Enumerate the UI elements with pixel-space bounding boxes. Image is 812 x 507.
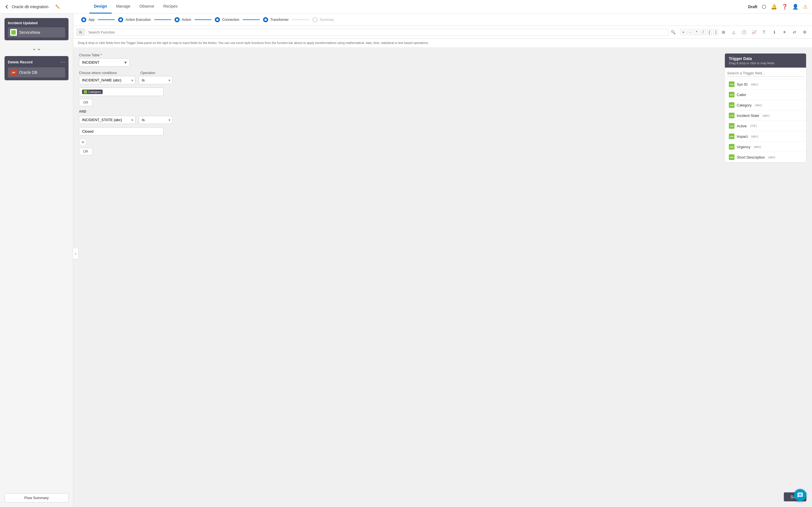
- step-summary[interactable]: Summary: [309, 17, 338, 22]
- choose-table-label: Choose Table *: [79, 53, 806, 57]
- sun-icon[interactable]: ☀: [780, 28, 788, 36]
- oracle-service[interactable]: DB Oracle DB: [8, 67, 65, 77]
- trigger-field-short-desc[interactable]: now Short Description (abc): [725, 152, 806, 163]
- fn-op-divide[interactable]: /: [701, 29, 706, 35]
- clock-icon[interactable]: 🕐: [740, 28, 748, 36]
- incident-updated-title: Incident Updated: [8, 21, 65, 25]
- step-connection[interactable]: Connection: [211, 17, 243, 22]
- step-action-execution[interactable]: Action Execution: [115, 17, 154, 22]
- step-circle-app: [81, 17, 86, 22]
- trigger-field-name-sysid: Sys ID: [737, 82, 748, 87]
- condition2-select[interactable]: INCIDENT_STATE (abc): [79, 116, 135, 124]
- grid-icon[interactable]: ⊞: [719, 28, 727, 36]
- trigger-field-sysid[interactable]: now Sys ID (abc): [725, 79, 806, 90]
- servicenow-service[interactable]: ServiceNow: [8, 27, 65, 38]
- value2-field[interactable]: [79, 127, 163, 135]
- trigger-field-name-active: Active: [737, 124, 747, 128]
- now-tag-icon: [84, 90, 87, 94]
- trigger-field-list: now Sys ID (abc) now Caller now Category: [725, 79, 806, 163]
- now-icon-caller: now: [729, 92, 734, 98]
- trigger-field-active[interactable]: now Active (T/F): [725, 121, 806, 131]
- user-icon[interactable]: 👤: [792, 4, 799, 10]
- nav-right: Draft ⬡ 🔔 ❓ 👤 ⚠: [748, 4, 808, 10]
- op2-select[interactable]: Is: [139, 116, 172, 124]
- shuffle-icon[interactable]: ⇄: [791, 28, 799, 36]
- step-label-s: Summary: [320, 18, 334, 22]
- step-label-t: Transformer: [270, 18, 289, 22]
- step-transformer[interactable]: Transformer: [260, 17, 292, 22]
- triangle-icon[interactable]: △: [730, 28, 738, 36]
- action-card-title: Delete Record: [8, 60, 33, 64]
- category-tag-label: Category: [88, 90, 101, 94]
- trigger-field-type-sysid: (abc): [751, 82, 758, 86]
- trigger-panel-subtitle: Drag & drop or click to map fields: [729, 61, 802, 65]
- op1-select[interactable]: Is: [139, 76, 172, 84]
- text-icon[interactable]: T: [760, 28, 768, 36]
- trigger-field-name-urgency: Urgency: [737, 145, 750, 149]
- app-title: Oracle db integration: [12, 4, 49, 9]
- trigger-field-urgency[interactable]: now Urgency (abc): [725, 142, 806, 152]
- or-button-2[interactable]: OR: [79, 148, 93, 155]
- value1-row: Category: [79, 88, 806, 96]
- edit-icon[interactable]: ✏️: [55, 4, 60, 9]
- step-circle-c: [215, 17, 220, 22]
- action-more-button[interactable]: ⋯: [60, 59, 65, 65]
- now-icon-urgency: now: [729, 144, 734, 150]
- trigger-field-caller[interactable]: now Caller: [725, 90, 806, 100]
- oracle-label: Oracle DB: [19, 70, 38, 75]
- content-area: Choose Table * INCIDENT ▼ Choose where c…: [73, 48, 812, 507]
- help-icon[interactable]: ❓: [781, 4, 788, 10]
- flow-summary-button[interactable]: Flow Summary: [4, 493, 68, 503]
- tab-recipes[interactable]: Recipes: [159, 0, 182, 13]
- fn-op-minus[interactable]: -: [688, 29, 693, 35]
- alert-icon[interactable]: ⚠: [803, 4, 808, 10]
- trigger-data-panel: Trigger Data Drag & drop or click to map…: [725, 53, 806, 163]
- fn-op-rparen[interactable]: ): [713, 29, 718, 35]
- trigger-search-input[interactable]: [727, 70, 804, 76]
- step-line-2: [154, 19, 171, 20]
- tab-manage[interactable]: Manage: [112, 0, 135, 13]
- chat-bubble-button[interactable]: [794, 489, 806, 501]
- step-action[interactable]: Action: [171, 17, 195, 22]
- step-line-5: [292, 19, 309, 20]
- main-content: App Action Execution Action Connection: [73, 13, 812, 507]
- tab-observe[interactable]: Observe: [135, 0, 159, 13]
- value1-field[interactable]: Category: [79, 88, 163, 96]
- add-condition-wrap: +: [79, 138, 806, 146]
- trigger-field-name-caller: Caller: [737, 93, 746, 97]
- bell-icon[interactable]: 🔔: [771, 4, 777, 10]
- servicenow-label: ServiceNow: [19, 30, 40, 35]
- incident-updated-card: Incident Updated ServiceNow: [4, 18, 68, 40]
- chart-icon[interactable]: 📈: [750, 28, 758, 36]
- trigger-field-name-impact: Impact: [737, 134, 748, 138]
- table-select[interactable]: INCIDENT: [79, 58, 130, 66]
- trigger-field-impact[interactable]: now Impact (abc): [725, 131, 806, 142]
- trigger-field-name-short-desc: Short Description: [737, 155, 765, 159]
- condition1-select[interactable]: INCIDENT_NAME (abc): [79, 76, 135, 84]
- add-condition-button[interactable]: +: [79, 138, 87, 146]
- now-icon-impact: now: [729, 133, 734, 139]
- oracle-logo: DB: [10, 69, 17, 76]
- or-button-1-wrap: OR: [79, 99, 806, 106]
- trigger-field-category[interactable]: now Category (abc): [725, 100, 806, 110]
- back-button[interactable]: Oracle db integration: [4, 4, 49, 9]
- tab-design[interactable]: Design: [89, 0, 112, 13]
- step-line-1: [98, 19, 115, 20]
- step-app[interactable]: App: [78, 17, 98, 22]
- op2-select-wrap: Is ▼: [139, 116, 172, 124]
- fn-op-lparen[interactable]: (: [707, 29, 712, 35]
- step-label-ae: Action Execution: [125, 18, 151, 22]
- info-icon[interactable]: ℹ: [770, 28, 778, 36]
- trigger-field-incident-state[interactable]: now Incident State (abc): [725, 110, 806, 121]
- condition-row-2: INCIDENT_STATE (abc) ▼ Is ▼ −: [79, 116, 806, 124]
- settings-icon[interactable]: ⚙: [801, 28, 809, 36]
- search-function-input[interactable]: [86, 29, 668, 36]
- sidebar-collapse-button[interactable]: ‹: [73, 248, 79, 259]
- fn-op-plus[interactable]: +: [680, 29, 686, 35]
- or-button-1[interactable]: OR: [79, 99, 93, 106]
- external-link-icon[interactable]: ⬡: [762, 4, 766, 10]
- fn-op-multiply[interactable]: *: [694, 29, 699, 35]
- trigger-field-type-category: (abc): [755, 103, 762, 107]
- now-icon-active: now: [729, 123, 734, 129]
- search-icon[interactable]: 🔍: [670, 30, 677, 34]
